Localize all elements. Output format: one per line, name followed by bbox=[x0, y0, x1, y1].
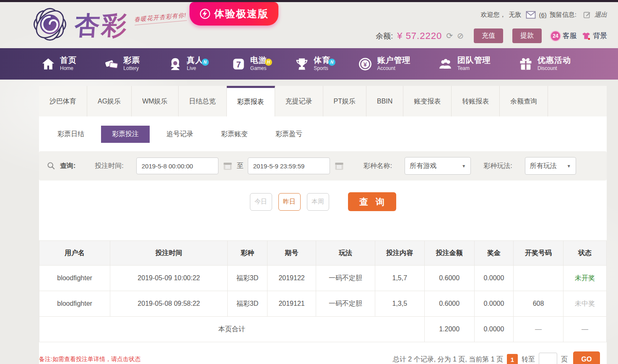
welcome-text: 欢迎您， bbox=[480, 11, 506, 19]
current-page-button[interactable]: 1 bbox=[507, 354, 518, 364]
nav-item-lottery[interactable]: 彩票 Lottery bbox=[104, 56, 140, 72]
nav-item-account[interactable]: ¥ 账户管理 Account bbox=[357, 56, 410, 72]
tab-transfer-report[interactable]: 转账报表 bbox=[452, 86, 500, 116]
cell-status-link[interactable]: 未中奖 bbox=[563, 291, 607, 317]
tabs-filler bbox=[548, 86, 607, 116]
tab-pt[interactable]: PT娱乐 bbox=[323, 86, 366, 116]
play-type-label: 彩种玩法: bbox=[483, 162, 512, 170]
goto-page-input[interactable] bbox=[539, 353, 557, 364]
logout-link[interactable]: 退出 bbox=[595, 11, 607, 19]
play-type-select[interactable]: 所有玩法 ▼ bbox=[525, 157, 576, 175]
col-play: 玩法 bbox=[316, 241, 375, 266]
nav-label-en: Team bbox=[457, 66, 491, 71]
mail-icon[interactable] bbox=[526, 11, 536, 19]
edit-icon[interactable] bbox=[583, 10, 592, 19]
time-from-input[interactable] bbox=[136, 157, 218, 174]
subtab-lottery-daily[interactable]: 彩票日结 bbox=[47, 126, 95, 143]
recharge-button[interactable]: 充值 bbox=[474, 28, 503, 43]
nav-item-home[interactable]: 首页 Home bbox=[40, 56, 77, 72]
cell-username: bloodfighter bbox=[39, 291, 110, 317]
cell-prize: 0.0000 bbox=[474, 266, 513, 291]
tab-daily-overview[interactable]: 日结总览 bbox=[179, 86, 227, 116]
customer-service-link[interactable]: 24 客服 bbox=[550, 31, 577, 41]
nav-label-en: Account bbox=[377, 66, 410, 71]
calendar-icon[interactable] bbox=[334, 161, 344, 171]
nav-label-en: Sports bbox=[314, 66, 330, 71]
this-week-button[interactable]: 本周 bbox=[307, 193, 329, 211]
time-to-input[interactable] bbox=[248, 157, 330, 174]
cell-play: 一码不定胆 bbox=[316, 291, 375, 317]
cell-issue: 2019121 bbox=[267, 291, 316, 317]
tab-account-change-report[interactable]: 账变报表 bbox=[403, 86, 452, 116]
cell-bet-time: 2019-05-09 10:00:22 bbox=[110, 266, 228, 291]
background-label: 背景 bbox=[593, 31, 607, 41]
withdraw-button[interactable]: 提款 bbox=[512, 28, 542, 43]
table-row: bloodfighter 2019-05-08 09:58:22 福彩3D 20… bbox=[39, 291, 607, 317]
tab-bbin[interactable]: BBIN bbox=[366, 86, 403, 116]
svg-text:¥: ¥ bbox=[364, 61, 367, 67]
cell-lottery: 福彩3D bbox=[228, 291, 267, 317]
subtab-lottery-bets[interactable]: 彩票投注 bbox=[101, 126, 150, 143]
yesterday-button[interactable]: 昨日 bbox=[278, 193, 301, 211]
yen-coin-icon: ¥ bbox=[357, 56, 373, 72]
tab-shaba-sports[interactable]: 沙巴体育 bbox=[39, 86, 87, 116]
tab-wm[interactable]: WM娱乐 bbox=[132, 86, 178, 116]
nav-item-games[interactable]: 7 电游 Games H bbox=[231, 56, 267, 72]
tab-ag[interactable]: AG娱乐 bbox=[87, 86, 132, 116]
table-row: bloodfighter 2019-05-09 10:00:22 福彩3D 20… bbox=[39, 266, 607, 291]
bet-time-label: 投注时间: bbox=[95, 162, 123, 170]
nav-item-team[interactable]: 团队管理 Team bbox=[438, 56, 491, 72]
summary-row: 本页合计 1.2000 0.0000 — — bbox=[39, 317, 607, 342]
cell-bet-content: 1,5,7 bbox=[375, 266, 424, 291]
lottery-name-select[interactable]: 所有游戏 ▼ bbox=[405, 157, 471, 175]
cell-username: bloodfighter bbox=[39, 266, 110, 291]
tab-deposit-withdraw[interactable]: 充提记录 bbox=[275, 86, 323, 116]
goto-label: 转至 bbox=[522, 355, 535, 364]
col-prize: 奖金 bbox=[474, 241, 513, 266]
subtab-lottery-profit-loss[interactable]: 彩票盈亏 bbox=[265, 126, 313, 143]
cell-bet-time: 2019-05-08 09:58:22 bbox=[110, 291, 228, 317]
note-text: 备注:如需查看投注单详情，请点击状态 bbox=[39, 356, 140, 363]
col-bet-time: 投注时间 bbox=[110, 241, 228, 266]
query-button[interactable]: 查 询 bbox=[348, 192, 396, 211]
cell-issue: 2019122 bbox=[267, 266, 316, 291]
nav-label-zh: 电游 bbox=[250, 56, 267, 65]
search-icon bbox=[47, 161, 56, 170]
nav-label-en: Home bbox=[60, 66, 77, 71]
tab-lottery-report[interactable]: 彩票报表 bbox=[227, 86, 275, 116]
site-header: 杏彩 春暖花开杏彩有你! 体验极速版 欢迎您， 无敌 (6) 预留信息: 退出 bbox=[0, 2, 618, 48]
nav-label-zh: 优惠活动 bbox=[538, 56, 571, 65]
nav-item-sports[interactable]: 体育 Sports N bbox=[294, 56, 330, 72]
welcome-row: 欢迎您， 无敌 (6) 预留信息: 退出 bbox=[376, 10, 607, 19]
cell-status-link[interactable]: 未开奖 bbox=[563, 266, 607, 291]
play-type-value: 所有玩法 bbox=[530, 162, 557, 170]
quick-filter-row: 今日 昨日 本周 查 询 bbox=[39, 192, 607, 211]
table-header-row: 用户名 投注时间 彩种 期号 玩法 投注内容 投注金额 奖金 开奖号码 状态 bbox=[39, 241, 607, 266]
go-button[interactable]: GO bbox=[573, 351, 600, 364]
to-label: 至 bbox=[237, 162, 244, 170]
cell-bet-amount: 0.6000 bbox=[424, 266, 474, 291]
col-bet-content: 投注内容 bbox=[375, 241, 424, 266]
content-panel: 沙巴体育 AG娱乐 WM娱乐 日结总览 彩票报表 充提记录 PT娱乐 BBIN … bbox=[39, 86, 607, 364]
filter-bar: 查询: 投注时间: 至 彩种名称: 所有游戏 ▼ bbox=[39, 151, 607, 181]
speed-version-banner[interactable]: 体验极速版 bbox=[190, 2, 278, 26]
search-label: 查询: bbox=[60, 162, 75, 170]
banner-label: 体验极速版 bbox=[214, 7, 269, 21]
bets-table: 用户名 投注时间 彩种 期号 玩法 投注内容 投注金额 奖金 开奖号码 状态 b… bbox=[39, 240, 607, 342]
nav-label-en: Discount bbox=[538, 66, 571, 71]
subtab-lottery-account-change[interactable]: 彩票账变 bbox=[210, 126, 259, 143]
today-button[interactable]: 今日 bbox=[250, 193, 272, 211]
refresh-balance-icon[interactable]: ⟳ bbox=[446, 32, 453, 40]
subtab-chase-records[interactable]: 追号记录 bbox=[156, 126, 204, 143]
mail-count-link[interactable]: (6) bbox=[539, 11, 546, 18]
lightning-icon bbox=[199, 8, 211, 20]
nav-item-discount[interactable]: 优惠活动 Discount bbox=[518, 56, 571, 72]
logo[interactable]: 杏彩 春暖花开杏彩有你! bbox=[30, 5, 187, 44]
nav-item-live[interactable]: 真人 Live N bbox=[167, 56, 204, 72]
calendar-icon[interactable] bbox=[223, 161, 233, 171]
tab-balance-query[interactable]: 余额查询 bbox=[500, 86, 548, 116]
hide-balance-icon[interactable]: ⊘ bbox=[457, 32, 464, 40]
background-switch-link[interactable]: 背景 bbox=[581, 31, 607, 41]
team-people-icon bbox=[438, 56, 454, 72]
live-dealer-icon bbox=[167, 56, 183, 72]
